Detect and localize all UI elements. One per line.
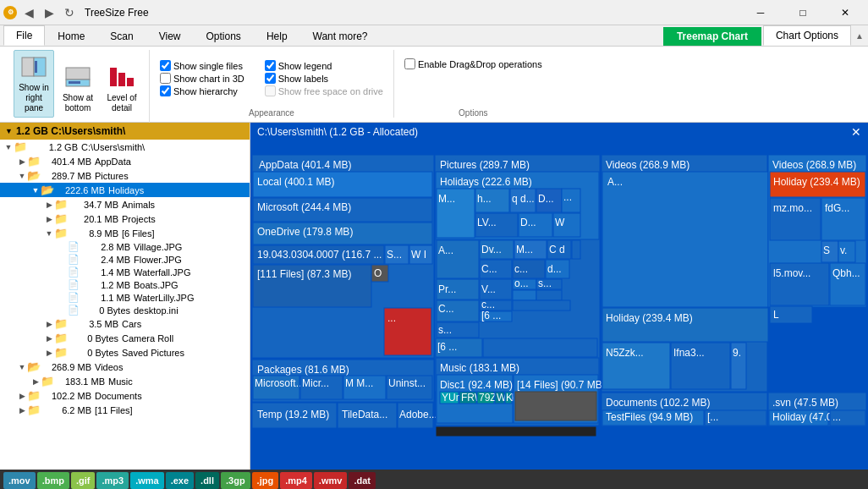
tab-want-more[interactable]: Want more? — [300, 26, 381, 46]
svg-rect-86 — [513, 290, 536, 300]
treemap-header: C:\Users\smith\ (1.2 GB - Allocated) ✕ — [250, 123, 868, 141]
show-labels-checkbox[interactable] — [265, 73, 276, 84]
legend-item-bmp[interactable]: .bmp — [37, 472, 69, 489]
tree-expand-icon[interactable]: ▶ — [17, 157, 27, 166]
tree-item-size: 2.8 MB — [80, 242, 130, 252]
tree-expand-icon[interactable]: ▶ — [44, 320, 54, 328]
show-right-pane-button[interactable]: Show inright pane — [14, 50, 54, 118]
tree-item[interactable]: 📄 2.8 MB Village.JPG — [0, 240, 250, 253]
svg-text:A...: A... — [438, 244, 453, 256]
chart-options-tab[interactable]: Chart Options — [763, 25, 851, 46]
tree-item[interactable]: 📄 2.4 MB Flower.JPG — [0, 253, 250, 266]
show-single-files-label[interactable]: Show single files — [173, 61, 243, 71]
maximize-button[interactable]: □ — [783, 0, 822, 25]
legend-item-exe[interactable]: .exe — [166, 472, 194, 489]
legend-item-dll[interactable]: .dll — [195, 472, 219, 489]
tree-expand-icon[interactable]: ▼ — [17, 363, 27, 371]
show-legend-checkbox[interactable] — [265, 60, 276, 71]
tree-expand-icon[interactable]: ▶ — [44, 215, 54, 223]
treemap-body[interactable]: AppData (401.4 MB) Local (400.1 MB) Micr… — [250, 141, 868, 470]
legend-item-wmv[interactable]: .wmv — [314, 472, 348, 489]
ribbon-content: Show inright pane Show atbottom — [0, 47, 868, 123]
tree-item[interactable]: 📄 0 Bytes desktop.ini — [0, 304, 250, 316]
tree-item[interactable]: 📄 1.2 MB Boats.JPG — [0, 278, 250, 291]
svg-text:mz.mo...: mz.mo... — [773, 202, 812, 214]
tree-expand-icon[interactable]: ▶ — [44, 349, 54, 357]
svg-text:h...: h... — [477, 193, 492, 205]
tree-item-name: Village.JPG — [134, 242, 182, 252]
forward-button[interactable]: ▶ — [41, 4, 58, 21]
tree-item[interactable]: ▶ 📁 3.5 MB Cars — [0, 316, 250, 331]
show-hierarchy-label[interactable]: Show hierarchy — [173, 86, 238, 96]
tab-help[interactable]: Help — [254, 26, 300, 46]
show-labels-label[interactable]: Show labels — [278, 74, 328, 84]
tree-expand-icon[interactable]: ▶ — [44, 334, 54, 343]
tree-expand-icon[interactable]: ▶ — [30, 377, 41, 386]
legend-item-mp3[interactable]: .mp3 — [96, 472, 129, 489]
tree-item[interactable]: ▶ 📁 20.1 MB Projects — [0, 212, 250, 226]
ribbon-collapse-btn[interactable]: ▲ — [851, 31, 868, 41]
tree-expand-icon[interactable]: ▶ — [17, 392, 27, 400]
tree-item[interactable]: 📄 1.4 MB Waterfall.JPG — [0, 266, 250, 278]
tree-scroll[interactable]: ▼ 📁 1.2 GB C:\Users\smith\ ▶ 📁 401.4 MB … — [0, 140, 250, 470]
tree-item[interactable]: ▶ 📁 0 Bytes Camera Roll — [0, 331, 250, 345]
svg-text:Microsoft (244.4 MB): Microsoft (244.4 MB) — [257, 201, 351, 213]
show-free-space-checkbox[interactable] — [265, 85, 276, 96]
tree-expand-icon[interactable]: ▼ — [30, 186, 41, 195]
show-single-files-checkbox[interactable] — [160, 60, 171, 71]
position-buttons: Show inright pane Show atbottom — [14, 50, 142, 119]
tab-scan[interactable]: Scan — [97, 26, 146, 46]
legend-item-mov[interactable]: .mov — [3, 472, 36, 489]
legend-item-mp4[interactable]: .mp4 — [280, 472, 312, 489]
svg-text:Holidays (222.6 MB): Holidays (222.6 MB) — [440, 176, 532, 188]
refresh-button[interactable]: ↻ — [61, 4, 78, 21]
legend-item-jpg[interactable]: .jpg — [252, 472, 279, 489]
tree-item[interactable]: ▼ 📁 8.9 MB [6 Files] — [0, 226, 250, 240]
enable-drag-drop-label[interactable]: Enable Drag&Drop operations — [418, 59, 542, 69]
show-legend-label[interactable]: Show legend — [278, 61, 332, 71]
tree-item[interactable]: ▶ 📁 34.7 MB Animals — [0, 197, 250, 212]
back-button[interactable]: ◀ — [20, 4, 37, 21]
enable-drag-drop-checkbox[interactable] — [404, 58, 415, 69]
show-hierarchy-checkbox[interactable] — [160, 85, 171, 96]
legend-item-dat[interactable]: .dat — [349, 472, 376, 489]
show-bottom-button[interactable]: Show atbottom — [58, 60, 98, 118]
svg-text:Local (400.1 MB): Local (400.1 MB) — [257, 176, 334, 188]
tree-expand-icon[interactable]: ▼ — [44, 229, 54, 238]
svg-rect-71 — [572, 240, 580, 259]
tree-item[interactable]: ▶ 📁 102.2 MB Documents — [0, 388, 250, 403]
folder-icon: 📁 — [54, 332, 68, 344]
tree-item[interactable]: ▼ 📂 268.9 MB Videos — [0, 360, 250, 374]
tree-expand-icon[interactable]: ▼ — [3, 143, 14, 151]
tree-item[interactable]: ▶ 📁 0 Bytes Saved Pictures — [0, 345, 250, 360]
level-of-detail-button[interactable]: Level ofdetail — [102, 60, 142, 118]
tree-panel: ▼ 1.2 GB C:\Users\smith\ ▼ 📁 1.2 GB C:\U… — [0, 123, 250, 470]
tree-item[interactable]: ▼ 📁 1.2 GB C:\Users\smith\ — [0, 140, 250, 154]
legend-item-gif[interactable]: .gif — [71, 472, 96, 489]
tree-expand-icon[interactable]: ▶ — [17, 406, 27, 415]
tree-item[interactable]: ▶ 📁 401.4 MB AppData — [0, 154, 250, 168]
tree-item[interactable]: ▶ 📁 6.2 MB [11 Files] — [0, 403, 250, 417]
show-chart-3d-checkbox[interactable] — [160, 73, 171, 84]
tree-expand-icon[interactable]: ▶ — [44, 201, 54, 209]
svg-text:OneDrive (179.8 MB): OneDrive (179.8 MB) — [257, 226, 353, 238]
tree-item[interactable]: 📄 1.1 MB WaterLilly.JPG — [0, 291, 250, 304]
minimize-button[interactable]: ─ — [741, 0, 780, 25]
treemap-close-button[interactable]: ✕ — [851, 125, 861, 139]
tree-expand-icon[interactable]: ▼ — [17, 172, 27, 180]
tree-item[interactable]: ▶ 📁 183.1 MB Music — [0, 374, 250, 388]
tab-view[interactable]: View — [146, 26, 194, 46]
svg-text:Qbh...: Qbh... — [832, 267, 860, 279]
tab-home[interactable]: Home — [45, 26, 97, 46]
tree-item[interactable]: ▼ 📂 289.7 MB Pictures — [0, 168, 250, 183]
tab-options[interactable]: Options — [194, 26, 254, 46]
tree-item-selected[interactable]: ▼ 📂 222.6 MB Holidays — [0, 183, 250, 197]
tab-file[interactable]: File — [3, 25, 45, 46]
legend-item-wma[interactable]: .wma — [130, 472, 164, 489]
svg-text:Microsoft...: Microsoft... — [255, 377, 305, 389]
show-chart-3d-label[interactable]: Show chart in 3D — [173, 74, 244, 84]
legend-item-3gp[interactable]: .3gp — [221, 472, 250, 489]
treemap-chart-tab[interactable]: Treemap Chart — [663, 27, 761, 46]
svg-text:s...: s... — [438, 324, 452, 336]
close-button[interactable]: ✕ — [826, 0, 865, 25]
